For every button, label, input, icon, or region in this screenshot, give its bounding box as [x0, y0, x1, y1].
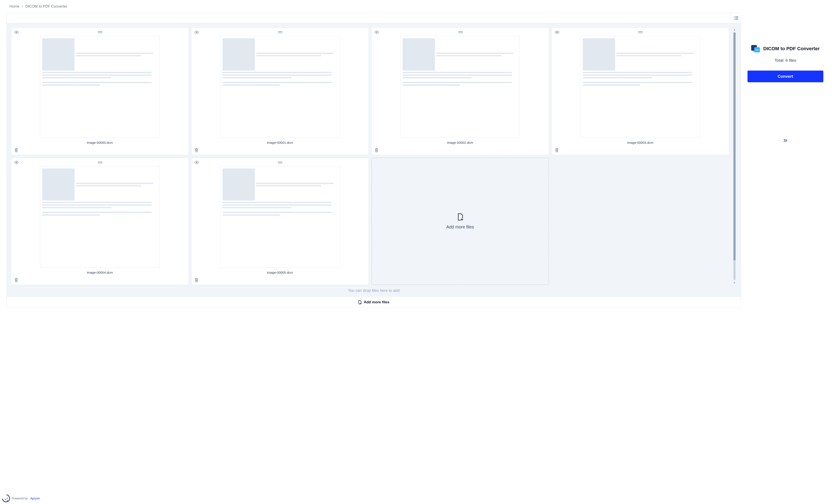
trash-icon: [194, 278, 199, 282]
trash-icon: [555, 148, 559, 152]
add-more-footer-button[interactable]: Add more files: [7, 297, 741, 308]
file-card: image-00001.dcm: [191, 28, 369, 155]
svg-point-10: [16, 162, 17, 163]
drop-hint-text: You can drop files here to add: [11, 285, 736, 294]
file-name: image-00002.dcm: [374, 141, 546, 144]
drag-handle[interactable]: [458, 31, 463, 33]
eye-icon: [14, 31, 19, 34]
scroll-down-icon[interactable]: ▼: [733, 281, 736, 284]
svg-point-11: [196, 162, 197, 163]
file-thumbnail: [220, 36, 340, 138]
file-plus-icon: [358, 300, 362, 304]
svg-rect-3: [735, 18, 738, 18]
file-name: image-00003.dcm: [555, 141, 726, 144]
converter-icon: [751, 45, 760, 52]
file-plus-icon: [457, 213, 464, 221]
svg-point-2: [734, 18, 734, 18]
drag-handle-icon: [638, 31, 643, 32]
powered-by-text: Powered by: [12, 497, 28, 500]
file-name: image-00001.dcm: [194, 141, 366, 144]
collapse-side-button[interactable]: [783, 139, 787, 142]
eye-icon: [194, 31, 199, 34]
file-card: image-00004.dcm: [11, 158, 189, 285]
file-card: image-00002.dcm: [371, 28, 549, 155]
file-thumbnail: [40, 36, 160, 138]
file-name: image-00004.dcm: [14, 271, 185, 274]
delete-button[interactable]: [194, 278, 199, 282]
add-more-footer-label: Add more files: [364, 300, 389, 304]
scrollbar[interactable]: ▲ ▼: [732, 28, 736, 285]
svg-rect-5: [735, 19, 738, 19]
delete-button[interactable]: [374, 148, 379, 152]
svg-point-9: [556, 32, 557, 33]
trash-icon: [374, 148, 379, 152]
preview-button[interactable]: [194, 161, 199, 164]
svg-point-4: [734, 19, 734, 20]
eye-icon: [555, 31, 559, 34]
file-name: image-00005.dcm: [194, 271, 366, 274]
add-more-card-label: Add more files: [446, 224, 474, 229]
list-icon: [734, 16, 738, 20]
eye-icon: [14, 161, 19, 164]
convert-button[interactable]: Convert: [748, 71, 823, 82]
panel-header: [7, 13, 741, 23]
drag-handle-icon: [98, 31, 103, 32]
drop-area[interactable]: image-00000.dcm: [7, 23, 741, 297]
powered-by-footer: Powered by Apryse: [2, 495, 40, 502]
file-card: image-00005.dcm: [191, 158, 369, 285]
file-thumbnail: [580, 36, 700, 138]
eye-icon: [374, 31, 379, 34]
preview-button[interactable]: [14, 31, 19, 34]
svg-point-6: [16, 32, 17, 33]
svg-point-7: [196, 32, 197, 33]
trash-icon: [14, 148, 18, 152]
file-grid: image-00000.dcm: [11, 28, 732, 285]
side-title: DICOM to PDF Converter: [763, 46, 820, 52]
drag-handle-icon: [278, 31, 283, 32]
powered-by-brand-link[interactable]: Apryse: [30, 497, 40, 500]
breadcrumb-home[interactable]: Home: [9, 4, 19, 9]
scroll-track[interactable]: [733, 32, 735, 280]
eye-icon: [194, 161, 199, 164]
drag-handle[interactable]: [98, 162, 103, 163]
file-name: image-00000.dcm: [14, 141, 185, 144]
file-thumbnail: [220, 166, 340, 268]
side-panel: DICOM to PDF Converter Total: 6 files Co…: [745, 12, 826, 142]
list-view-button[interactable]: [732, 14, 740, 22]
preview-button[interactable]: [14, 161, 19, 164]
chevron-right-icon: [22, 5, 23, 8]
total-files-label: Total: 6 files: [745, 58, 826, 63]
file-thumbnail: [40, 166, 160, 268]
svg-point-0: [734, 16, 734, 17]
chevrons-right-icon: [783, 139, 787, 142]
svg-rect-1: [735, 16, 738, 17]
file-panel: image-00000.dcm: [6, 12, 741, 308]
drag-handle[interactable]: [278, 31, 283, 33]
cookie-icon[interactable]: [2, 495, 10, 502]
delete-button[interactable]: [555, 148, 559, 152]
file-card: image-00003.dcm: [552, 28, 729, 155]
preview-button[interactable]: [374, 31, 379, 34]
scroll-up-icon[interactable]: ▲: [733, 28, 736, 31]
file-thumbnail: [400, 36, 520, 138]
scroll-thumb[interactable]: [733, 32, 735, 260]
svg-point-8: [376, 32, 377, 33]
drag-handle-icon: [458, 31, 463, 32]
delete-button[interactable]: [194, 148, 199, 152]
drag-handle-icon: [98, 162, 103, 162]
file-card: image-00000.dcm: [11, 28, 189, 155]
delete-button[interactable]: [14, 148, 18, 152]
drag-handle[interactable]: [638, 31, 643, 33]
breadcrumb-current: DICOM to PDF Converter: [25, 4, 68, 9]
breadcrumb: Home DICOM to PDF Converter: [6, 4, 826, 9]
drag-handle[interactable]: [98, 31, 103, 33]
trash-icon: [194, 148, 199, 152]
trash-icon: [14, 278, 18, 282]
add-more-card[interactable]: Add more files: [371, 158, 549, 285]
drag-handle-icon: [278, 162, 283, 162]
delete-button[interactable]: [14, 278, 18, 282]
drag-handle[interactable]: [278, 162, 283, 163]
preview-button[interactable]: [555, 31, 559, 34]
preview-button[interactable]: [194, 31, 199, 34]
